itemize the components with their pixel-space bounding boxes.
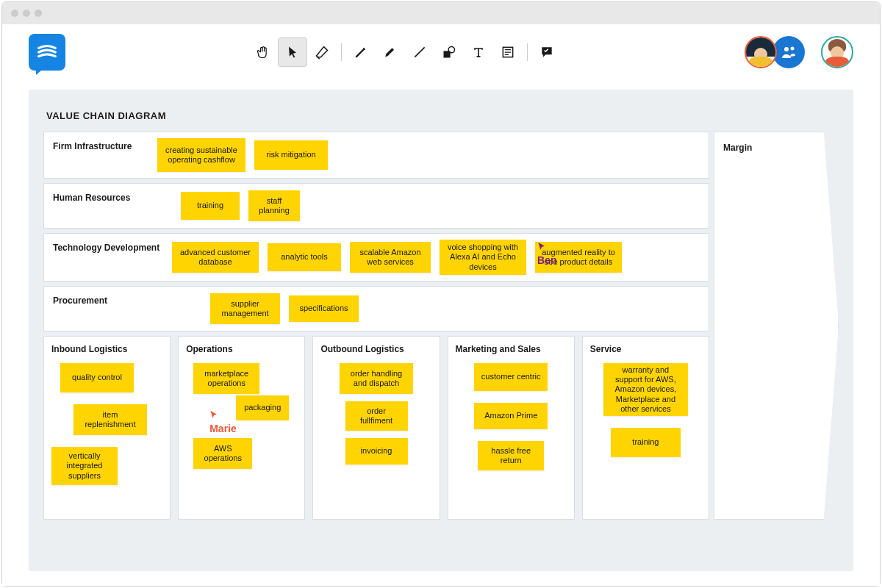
support-row-human-resources[interactable]: Human Resources training staff planning [43,183,709,229]
section-label: Procurement [53,293,148,306]
svg-point-4 [791,46,795,50]
svg-point-1 [448,46,454,52]
sticky-note[interactable]: creating sustainable operating cashflow [157,138,245,172]
avatar-group[interactable] [745,36,805,68]
traffic-light-dot[interactable] [35,10,42,17]
sticky-note[interactable]: advanced customer database [172,242,259,273]
sticky-note[interactable]: hassle free return [478,441,544,470]
toolbar [248,37,562,67]
primary-col-service[interactable]: Service warranty and support for AWS, Am… [582,336,709,520]
sticky-note[interactable]: Amazon Prime [474,403,548,429]
svg-point-3 [784,47,789,51]
sticky-note[interactable]: invoicing [345,438,408,465]
share-button[interactable] [772,36,805,68]
line-tool[interactable] [405,37,434,67]
sticky-note[interactable]: training [181,192,240,220]
toolbar-separator [341,43,342,61]
sticky-note[interactable]: AWS operations [193,438,252,469]
primary-col-operations[interactable]: Operations marketplace operations packag… [178,336,305,520]
section-label: Service [590,344,622,354]
user-avatar[interactable] [821,36,853,68]
canvas-area[interactable]: VALUE CHAIN DIAGRAM Firm Infrastructure … [2,79,880,586]
eraser-tool[interactable] [307,37,337,67]
comment-tool[interactable] [532,37,562,67]
traffic-light-dot[interactable] [11,10,18,17]
app-window: VALUE CHAIN DIAGRAM Firm Infrastructure … [1,1,881,587]
sticky-note[interactable]: risk mitigation [254,140,328,170]
primary-col-marketing-sales[interactable]: Marketing and Sales customer centric Ama… [448,336,575,520]
cursor-label: Marie [209,423,237,434]
primary-col-inbound-logistics[interactable]: Inbound Logistics quality control item r… [43,336,171,520]
diagram-title: VALUE CHAIN DIAGRAM [46,110,839,121]
shape-tool[interactable] [434,37,464,67]
window-titlebar [2,2,880,24]
primary-activities-row: Inbound Logistics quality control item r… [43,336,709,520]
app-logo[interactable] [29,34,65,71]
sticky-note[interactable]: item replenishment [74,404,147,435]
section-label: Inbound Logistics [51,344,127,354]
sticky-note[interactable]: packaging [236,395,289,420]
sticky-note[interactable]: augmented reality to see product details [535,242,622,273]
support-row-technology-development[interactable]: Technology Development advanced customer… [43,233,709,282]
section-label: Outbound Logistics [320,344,404,354]
hand-tool[interactable] [248,37,278,67]
support-row-firm-infrastructure[interactable]: Firm Infrastructure creating sustainable… [43,132,709,179]
sticky-note[interactable]: warranty and support for AWS, Amazon dev… [603,363,688,416]
sticky-note[interactable]: quality control [60,363,134,392]
collaborator-avatar[interactable] [745,36,777,68]
sticky-note[interactable]: analytic tools [268,243,341,271]
section-label: Human Resources [53,190,148,203]
sticky-note[interactable]: scalable Amazon web services [350,242,431,273]
toolbar-separator [527,43,528,61]
sticky-note[interactable]: specifications [289,295,359,322]
section-label: Firm Infrastructure [53,138,148,151]
value-chain-diagram: Firm Infrastructure creating sustainable… [43,132,839,520]
pencil-tool[interactable] [346,37,376,67]
sticky-note[interactable]: supplier management [210,293,280,324]
marker-tool[interactable] [376,37,405,67]
margin-section[interactable]: Margin [714,132,839,520]
sticky-note[interactable]: staff planning [248,190,300,221]
section-label: Margin [723,140,829,153]
section-label: Marketing and Sales [456,344,541,354]
app-header [2,24,880,79]
diagram-canvas[interactable]: VALUE CHAIN DIAGRAM Firm Infrastructure … [29,90,853,571]
traffic-light-dot[interactable] [23,10,30,17]
collaborator-cursor-marie: Marie [208,409,237,434]
sticky-note[interactable]: customer centric [474,363,548,391]
sticky-note[interactable]: order fullfiment [345,401,408,431]
sticky-note[interactable]: order handling and dispatch [340,363,413,394]
sticky-note[interactable]: marketplace operations [193,363,259,394]
text-tool[interactable] [464,37,493,67]
sticky-note[interactable]: training [611,428,681,457]
header-right [745,36,853,68]
sticky-note[interactable]: voice shopping with Alexa AI and Echo de… [440,240,526,275]
support-row-procurement[interactable]: Procurement supplier management specific… [43,286,709,331]
activities-column: Firm Infrastructure creating sustainable… [43,132,709,520]
note-tool[interactable] [493,37,523,67]
primary-col-outbound-logistics[interactable]: Outbound Logistics order handling and di… [312,336,440,520]
section-label: Operations [186,344,232,354]
section-label: Technology Development [53,240,163,253]
pointer-tool[interactable] [278,37,307,67]
sticky-note[interactable]: vertically integrated suppliers [51,447,118,485]
